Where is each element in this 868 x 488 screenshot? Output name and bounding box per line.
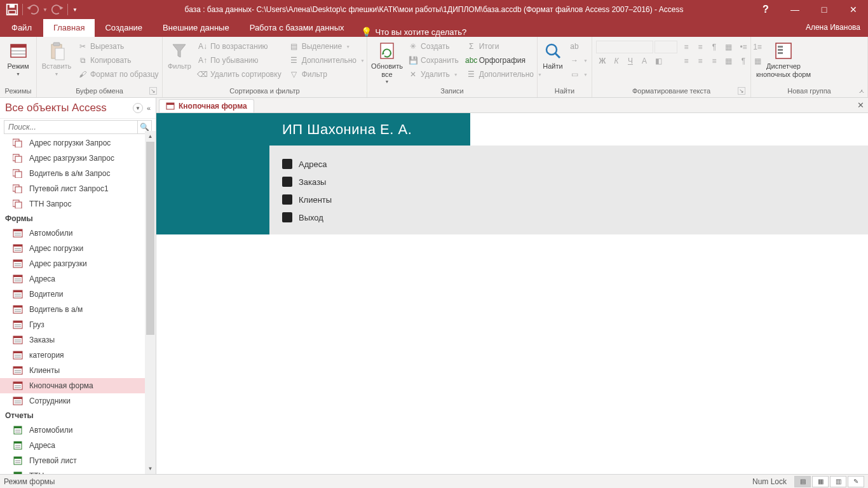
font-name-box[interactable] — [596, 41, 653, 53]
scroll-up-icon[interactable]: ▲ — [145, 131, 156, 142]
toggle-filter-button[interactable]: ▽Фильтр — [287, 67, 367, 81]
help-button[interactable]: ? — [751, 0, 780, 19]
switchboard-manager-button[interactable]: Диспетчер кнопочных форм — [755, 39, 812, 79]
clear-sort-button[interactable]: ⌫Удалить сортировку — [195, 67, 284, 81]
nav-item-form[interactable]: Водитель в а/м — [0, 302, 156, 317]
nav-item-query[interactable]: Водитель в а/м Запрос — [0, 166, 156, 181]
align-right-button[interactable]: ≡ — [708, 55, 721, 67]
totals-button[interactable]: ΣИтоги — [464, 39, 545, 53]
dialog-launcher-icon[interactable]: ↘ — [149, 87, 157, 95]
redo-icon[interactable] — [50, 3, 64, 17]
nav-item-report[interactable]: Адреса — [0, 438, 156, 453]
close-tab-button[interactable]: ✕ — [857, 100, 864, 110]
paste-button[interactable]: Вставить ▼ — [41, 39, 72, 78]
copy-button[interactable]: ⧉Копировать — [75, 53, 161, 67]
indent-increase-button[interactable]: ≡ — [694, 41, 707, 53]
user-name[interactable]: Алена Иванова — [806, 23, 860, 32]
nav-item-query[interactable]: ТТН Запрос — [0, 196, 156, 212]
save-icon[interactable] — [5, 3, 19, 17]
document-tab[interactable]: Кнопочная форма — [159, 99, 254, 112]
nav-item-report[interactable]: ТТН — [0, 468, 156, 474]
sort-desc-button[interactable]: A↑По убыванию — [195, 53, 284, 67]
tab-external-data[interactable]: Внешние данные — [153, 19, 240, 37]
form-view-button[interactable]: ▤ — [794, 476, 811, 487]
new-record-button[interactable]: ✳Создать — [405, 39, 461, 53]
switchboard-item[interactable]: Клиенты — [282, 191, 862, 208]
alt-row-color-button[interactable]: ▦ — [722, 55, 735, 67]
switchboard-item[interactable]: Адреса — [282, 155, 862, 173]
nav-item-form-selected[interactable]: Кнопочная форма — [0, 378, 156, 393]
nav-dropdown-icon[interactable]: ▼ — [133, 103, 143, 113]
datasheet-view-button[interactable]: ▦ — [812, 476, 829, 487]
ltr-button[interactable]: ¶ — [708, 41, 721, 53]
advanced-filter-button[interactable]: ☰Дополнительно▼ — [287, 53, 367, 67]
indent-decrease-button[interactable]: ≡ — [680, 41, 693, 53]
nav-item-report[interactable]: Автомобили — [0, 423, 156, 438]
design-view-button[interactable]: ✎ — [848, 476, 864, 487]
nav-item-query[interactable]: Адрес погрузки Запрос — [0, 135, 156, 151]
align-left-button[interactable]: ≡ — [680, 55, 693, 67]
dialog-launcher-icon[interactable]: ↘ — [738, 87, 745, 95]
spelling-button[interactable]: abcОрфография — [464, 53, 545, 67]
rtl-button[interactable]: ¶ — [737, 55, 750, 67]
switchboard-item[interactable]: Заказы — [282, 173, 862, 191]
save-record-button[interactable]: 💾Сохранить — [405, 53, 461, 67]
tab-file[interactable]: Файл — [0, 19, 43, 37]
select-button[interactable]: ▭▼ — [567, 67, 590, 81]
italic-button[interactable]: К — [610, 55, 623, 67]
nav-search-box[interactable]: 🔍 — [4, 120, 152, 134]
font-size-box[interactable] — [654, 41, 677, 53]
tab-home[interactable]: Главная — [43, 19, 95, 37]
tab-database-tools[interactable]: Работа с базами данных — [240, 19, 355, 37]
nav-item-form[interactable]: Водители — [0, 287, 156, 302]
bold-button[interactable]: Ж — [596, 55, 609, 67]
scroll-down-icon[interactable]: ▼ — [145, 463, 156, 474]
undo-icon[interactable] — [26, 3, 40, 17]
format-painter-button[interactable]: 🖌Формат по образцу — [75, 67, 161, 81]
minimize-button[interactable]: — — [780, 0, 810, 19]
nav-item-form[interactable]: Автомобили — [0, 226, 156, 241]
nav-scrollbar[interactable]: ▲ ▼ — [145, 131, 156, 474]
nav-pane-header[interactable]: Все объекты Access ▼ « — [0, 98, 156, 119]
view-button[interactable]: Режим ▼ — [4, 39, 32, 78]
refresh-all-button[interactable]: Обновить все ▼ — [371, 39, 403, 85]
align-center-button[interactable]: ≡ — [694, 55, 707, 67]
switchboard-item[interactable]: Выход — [282, 208, 862, 226]
nav-group-reports[interactable]: Отчеты⌃ — [0, 409, 156, 423]
delete-record-button[interactable]: ✕Удалить▼ — [405, 67, 461, 81]
nav-collapse-icon[interactable]: « — [147, 104, 151, 112]
nav-item-form[interactable]: Адрес погрузки — [0, 241, 156, 256]
underline-button[interactable]: Ч — [624, 55, 637, 67]
gridlines-button[interactable]: ▦ — [722, 41, 735, 53]
qat-customize-icon[interactable]: ▼ — [71, 7, 79, 13]
nav-item-query[interactable]: Адрес разгрузки Запрос — [0, 151, 156, 166]
font-color-button[interactable]: A — [638, 55, 651, 67]
nav-item-form[interactable]: Сотрудники — [0, 393, 156, 409]
scroll-thumb[interactable] — [146, 142, 154, 335]
nav-search-input[interactable] — [4, 121, 137, 133]
selection-button[interactable]: ▤Выделение▼ — [287, 39, 367, 53]
nav-item-form[interactable]: Заказы — [0, 332, 156, 348]
tab-create[interactable]: Создание — [95, 19, 153, 37]
nav-item-form[interactable]: Груз — [0, 317, 156, 332]
layout-view-button[interactable]: ▥ — [830, 476, 846, 487]
cut-button[interactable]: ✂Вырезать — [75, 39, 161, 53]
replace-button[interactable]: ab — [567, 39, 590, 53]
sort-asc-button[interactable]: A↓По возрастанию — [195, 39, 284, 53]
bullets-button[interactable]: •≡ — [737, 41, 750, 53]
nav-item-report[interactable]: Путевой лист — [0, 453, 156, 468]
nav-item-form[interactable]: категория — [0, 348, 156, 363]
goto-button[interactable]: →▼ — [567, 53, 590, 67]
collapse-ribbon-icon[interactable]: ㅅ — [858, 87, 865, 96]
nav-item-form[interactable]: Адрес разгрузки — [0, 256, 156, 271]
maximize-button[interactable]: □ — [810, 0, 839, 19]
nav-item-form[interactable]: Адреса — [0, 271, 156, 287]
undo-dropdown-icon[interactable]: ▼ — [41, 7, 49, 13]
find-button[interactable]: Найти — [541, 39, 564, 72]
nav-group-forms[interactable]: Формы⌃ — [0, 212, 156, 226]
nav-item-query[interactable]: Путевой лист Запрос1 — [0, 181, 156, 196]
tell-me-search[interactable]: 💡 Что вы хотите сделать? — [355, 27, 473, 37]
filter-button[interactable]: Фильтр — [166, 39, 193, 72]
scroll-track[interactable] — [145, 142, 156, 463]
close-button[interactable]: ✕ — [839, 0, 868, 19]
